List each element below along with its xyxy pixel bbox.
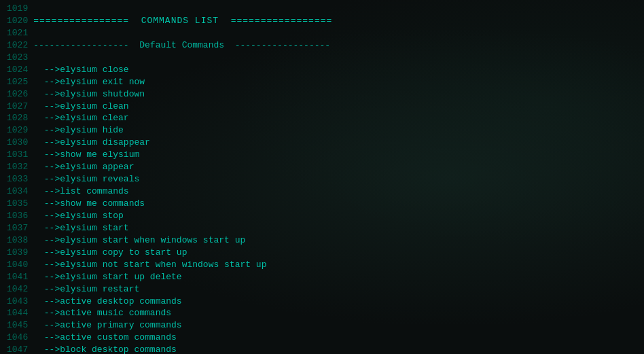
terminal-line: 1033 -->elysium reveals: [0, 173, 644, 185]
terminal-line: 1029 -->elysium hide: [0, 124, 644, 137]
line-content: ================ COMMANDS LIST =========…: [33, 15, 332, 27]
terminal-line: 1025 -->elysium exit now: [0, 76, 644, 88]
terminal-line: 1041 -->elysium start up delete: [0, 271, 644, 283]
line-number: 1034: [7, 185, 33, 198]
line-number: 1043: [7, 296, 33, 308]
line-content: -->elysium clear: [33, 112, 128, 124]
terminal-line: 1019: [0, 3, 644, 15]
terminal-line: 1020================ COMMANDS LIST =====…: [0, 15, 644, 27]
line-number: 1026: [7, 88, 33, 101]
terminal-line: 1046 -->active custom commands: [0, 332, 644, 344]
line-content: -->active desktop commands: [33, 296, 181, 308]
terminal-line: 1042 -->elysium restart: [0, 283, 644, 296]
terminal-line: 1036 -->elysium stop: [0, 210, 644, 222]
terminal-line: 1045 -->active primary commands: [0, 319, 644, 332]
line-content: -->elysium exit now: [33, 76, 145, 88]
line-content: -->elysium stop: [33, 210, 124, 222]
line-content: -->elysium not start when windows start …: [33, 259, 266, 271]
line-number: 1025: [7, 76, 33, 88]
line-number: 1044: [7, 307, 33, 319]
terminal-line: 1035 -->show me commands: [0, 198, 644, 210]
terminal-line: 1030 -->elysium disappear: [0, 137, 644, 149]
terminal-line: 1047 -->block desktop commands: [0, 344, 644, 354]
terminal-line: 1038 -->elysium start when windows start…: [0, 234, 644, 247]
line-number: 1042: [7, 283, 33, 296]
line-content: -->elysium shutdown: [33, 88, 145, 101]
line-content: -->active custom commands: [33, 332, 177, 344]
terminal-line: 1024 -->elysium close: [0, 64, 644, 76]
line-number: 1033: [7, 173, 33, 185]
line-number: 1046: [7, 332, 33, 344]
terminal-line: 1026 -->elysium shutdown: [0, 88, 644, 101]
line-content: [33, 52, 39, 64]
terminal-line: 1023: [0, 52, 644, 64]
line-content: -->show me elysium: [33, 149, 139, 161]
line-content: -->block desktop commands: [33, 344, 177, 354]
line-content: -->elysium clean: [33, 101, 128, 113]
line-number: 1035: [7, 198, 33, 210]
line-content: -->elysium disappear: [33, 137, 150, 149]
line-content: -->elysium start: [33, 222, 128, 234]
terminal-line: 1031 -->show me elysium: [0, 149, 644, 161]
line-number: 1023: [7, 52, 33, 64]
line-number: 1039: [7, 247, 33, 259]
line-content: -->elysium copy to start up: [33, 247, 187, 259]
line-number: 1031: [7, 149, 33, 161]
line-number: 1029: [7, 124, 33, 137]
line-content: [33, 3, 39, 15]
line-number: 1047: [7, 344, 33, 354]
terminal-line: 1037 -->elysium start: [0, 222, 644, 234]
line-content: -->show me commands: [33, 198, 145, 210]
line-number: 1021: [7, 27, 33, 39]
terminal-line: 1032 -->elysium appear: [0, 161, 644, 173]
line-number: 1040: [7, 259, 33, 271]
line-content: -->active music commands: [33, 307, 171, 319]
terminal-window: 1019 1020================ COMMANDS LIST …: [0, 0, 644, 354]
line-number: 1022: [7, 39, 33, 52]
line-number: 1037: [7, 222, 33, 234]
terminal-line: 1040 -->elysium not start when windows s…: [0, 259, 644, 271]
line-content: -->elysium close: [33, 64, 128, 76]
line-content: -->active primary commands: [33, 319, 181, 332]
terminal-line: 1034 -->list commands: [0, 185, 644, 198]
terminal-line: 1028 -->elysium clear: [0, 112, 644, 124]
terminal-line: 1039 -->elysium copy to start up: [0, 247, 644, 259]
line-number: 1027: [7, 101, 33, 113]
line-number: 1041: [7, 271, 33, 283]
terminal-line: 1027 -->elysium clean: [0, 101, 644, 113]
line-content: -->elysium start up delete: [33, 271, 181, 283]
terminal-line: 1021: [0, 27, 644, 39]
line-number: 1020: [7, 15, 33, 27]
terminal-line: 1022------------------ Default Commands …: [0, 39, 644, 52]
line-content: -->elysium hide: [33, 124, 124, 137]
line-content: -->elysium restart: [33, 283, 139, 296]
line-number: 1038: [7, 234, 33, 247]
line-number: 1019: [7, 3, 33, 15]
line-number: 1036: [7, 210, 33, 222]
terminal-line: 1043 -->active desktop commands: [0, 296, 644, 308]
line-number: 1024: [7, 64, 33, 76]
line-content: -->elysium start when windows start up: [33, 234, 245, 247]
line-content: -->elysium appear: [33, 161, 134, 173]
line-number: 1032: [7, 161, 33, 173]
line-number: 1045: [7, 319, 33, 332]
line-content: -->list commands: [33, 185, 128, 198]
line-content: -->elysium reveals: [33, 173, 139, 185]
line-content: ------------------ Default Commands ----…: [33, 39, 330, 52]
line-number: 1028: [7, 112, 33, 124]
terminal-line: 1044 -->active music commands: [0, 307, 644, 319]
line-content: [33, 27, 39, 39]
line-number: 1030: [7, 137, 33, 149]
